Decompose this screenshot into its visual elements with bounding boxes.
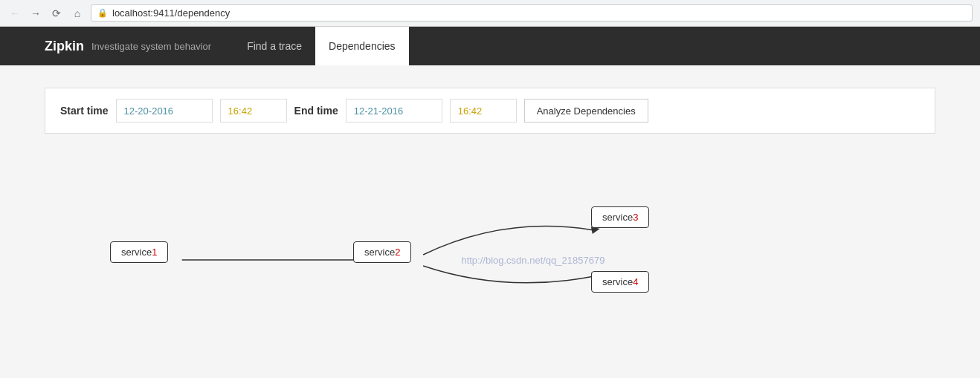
service1-number: 1 bbox=[152, 247, 157, 258]
nav-dependencies[interactable]: Dependencies bbox=[315, 27, 409, 65]
forward-button[interactable]: → bbox=[28, 6, 43, 21]
navbar: Zipkin Investigate system behavior Find … bbox=[0, 27, 980, 65]
graph-edges-svg bbox=[45, 156, 935, 364]
brand-name: Zipkin bbox=[45, 39, 84, 54]
home-button[interactable]: ⌂ bbox=[70, 6, 85, 21]
nav-find-trace[interactable]: Find a trace bbox=[233, 27, 315, 65]
main-content: Start time End time Analyze Dependencies… bbox=[0, 65, 980, 378]
navbar-brand: Zipkin Investigate system behavior bbox=[45, 27, 211, 65]
service-node-2: service2 bbox=[353, 241, 411, 263]
lock-icon: 🔒 bbox=[97, 8, 108, 18]
analyze-dependencies-button[interactable]: Analyze Dependencies bbox=[524, 99, 648, 123]
start-time-label: Start time bbox=[60, 105, 109, 117]
service2-number: 2 bbox=[395, 247, 400, 258]
end-time-input[interactable] bbox=[450, 99, 517, 123]
service-node-1: service1 bbox=[110, 241, 168, 263]
service4-number: 4 bbox=[633, 276, 638, 287]
controls-bar: Start time End time Analyze Dependencies bbox=[45, 88, 935, 134]
dependency-graph: http://blog.csdn.net/qq_21857679 service… bbox=[45, 156, 935, 364]
end-time-label: End time bbox=[294, 105, 338, 117]
browser-bar: ← → ⟳ ⌂ 🔒 localhost:9411/dependency bbox=[0, 0, 980, 27]
url-bar[interactable]: 🔒 localhost:9411/dependency bbox=[91, 4, 973, 22]
navbar-links: Find a trace Dependencies bbox=[233, 27, 408, 65]
back-button[interactable]: ← bbox=[7, 6, 22, 21]
url-text: localhost:9411/dependency bbox=[112, 7, 230, 19]
brand-tagline: Investigate system behavior bbox=[91, 41, 211, 52]
service3-number: 3 bbox=[633, 212, 638, 223]
start-time-input[interactable] bbox=[220, 99, 287, 123]
start-date-input[interactable] bbox=[116, 99, 213, 123]
service-node-3: service3 bbox=[591, 206, 649, 228]
end-date-input[interactable] bbox=[346, 99, 442, 123]
service-node-4: service4 bbox=[591, 271, 649, 293]
reload-button[interactable]: ⟳ bbox=[49, 6, 64, 21]
